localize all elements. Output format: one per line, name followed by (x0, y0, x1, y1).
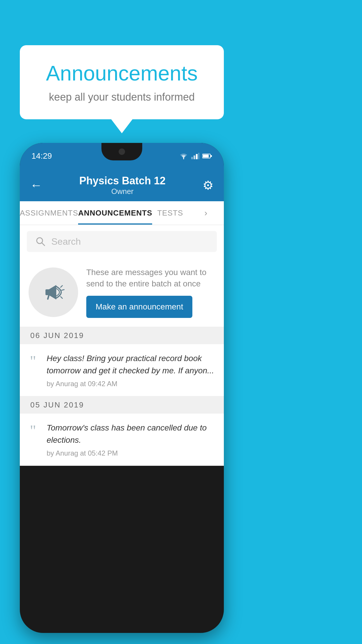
signal-icon (191, 153, 199, 159)
make-announcement-button[interactable]: Make an announcement (86, 296, 192, 318)
status-icons (179, 153, 212, 159)
announcement-content-2: Tomorrow's class has been cancelled due … (47, 422, 215, 457)
svg-line-13 (62, 290, 64, 290)
svg-point-0 (183, 158, 184, 159)
phone-frame: 14:29 (20, 143, 224, 633)
quote-icon-2: " (26, 422, 40, 457)
settings-icon[interactable]: ⚙ (203, 178, 214, 192)
svg-line-12 (61, 286, 62, 287)
svg-rect-7 (211, 155, 212, 157)
svg-rect-2 (194, 155, 195, 159)
announcement-item-1: " Hey class! Bring your practical record… (20, 344, 224, 396)
tab-announcements[interactable]: ANNOUNCEMENTS (78, 201, 152, 225)
camera-dot (119, 148, 125, 155)
quote-icon-1: " (26, 352, 40, 388)
announcement-meta-1: by Anurag at 09:42 AM (47, 380, 215, 388)
wifi-icon (179, 153, 188, 159)
svg-marker-10 (49, 285, 56, 300)
svg-rect-1 (191, 157, 193, 159)
app-header: ← Physics Batch 12 Owner ⚙ (20, 169, 224, 201)
speech-bubble-card: Announcements keep all your students inf… (20, 45, 224, 119)
announcement-intro: These are messages you want to send to t… (20, 258, 224, 327)
svg-line-14 (61, 297, 62, 298)
header-center: Physics Batch 12 Owner (79, 175, 166, 196)
search-icon (36, 237, 45, 246)
announcement-meta-2: by Anurag at 05:42 PM (47, 449, 215, 457)
phone-content: Search These are messa (20, 225, 224, 466)
announcement-text-2: Tomorrow's class has been cancelled due … (47, 422, 215, 446)
megaphone-icon (40, 279, 66, 305)
announcement-text-1: Hey class! Bring your practical record b… (47, 352, 215, 377)
svg-line-9 (42, 243, 45, 246)
back-button[interactable]: ← (30, 178, 42, 192)
search-placeholder: Search (51, 236, 81, 247)
announcement-item-2: " Tomorrow's class has been cancelled du… (20, 414, 224, 466)
speech-bubble-title: Announcements (37, 61, 206, 85)
tabs-bar: ASSIGNMENTS ANNOUNCEMENTS TESTS › (20, 201, 224, 225)
date-separator-1: 06 JUN 2019 (20, 327, 224, 344)
header-subtitle: Owner (79, 187, 166, 196)
svg-rect-6 (203, 155, 209, 158)
speech-bubble-section: Announcements keep all your students inf… (20, 45, 224, 119)
phone-notch (101, 143, 142, 160)
status-bar: 14:29 (20, 143, 224, 169)
tab-tests[interactable]: TESTS (152, 201, 188, 225)
announcement-content-1: Hey class! Bring your practical record b… (47, 352, 215, 388)
intro-description: These are messages you want to send to t… (86, 267, 215, 289)
header-title: Physics Batch 12 (79, 175, 166, 187)
intro-right: These are messages you want to send to t… (86, 267, 215, 318)
svg-rect-4 (198, 153, 199, 159)
svg-rect-3 (196, 154, 198, 159)
date-separator-2: 05 JUN 2019 (20, 396, 224, 414)
search-bar-container: Search (20, 225, 224, 258)
speech-bubble-subtitle: keep all your students informed (37, 91, 206, 103)
tab-more[interactable]: › (188, 201, 224, 225)
status-time: 14:29 (31, 151, 52, 161)
megaphone-circle (29, 267, 78, 317)
battery-icon (202, 153, 212, 159)
search-bar[interactable]: Search (27, 231, 217, 252)
tab-assignments[interactable]: ASSIGNMENTS (20, 201, 78, 225)
